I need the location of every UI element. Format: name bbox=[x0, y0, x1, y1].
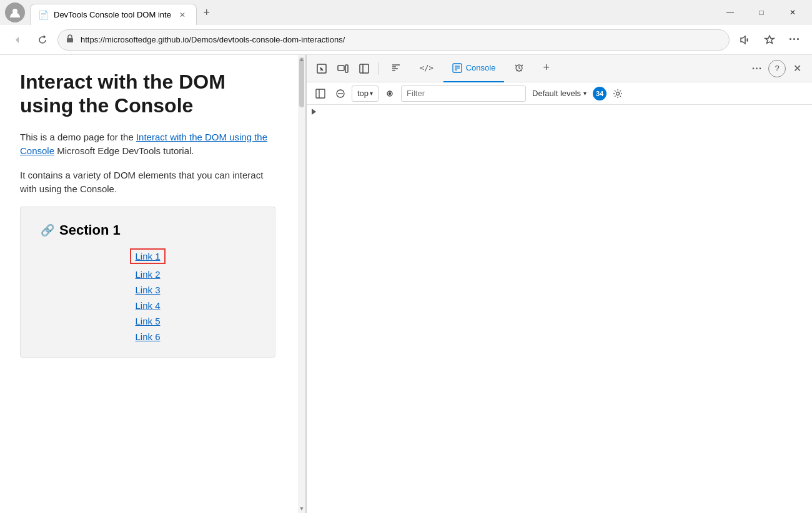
svg-rect-5 bbox=[360, 64, 369, 73]
svg-rect-1 bbox=[67, 38, 73, 42]
tab-console[interactable]: Console bbox=[443, 55, 505, 82]
levels-dropdown-icon: ▾ bbox=[583, 90, 587, 97]
clear-console-button[interactable] bbox=[332, 85, 349, 102]
page-para2: It contains a variety of DOM elements th… bbox=[20, 169, 285, 197]
page-heading: Interact with the DOM using the Console bbox=[20, 70, 285, 118]
message-count-area: 34 bbox=[593, 87, 607, 100]
tab-bar: 📄 DevTools Console tool DOM inte ✕ + bbox=[30, 0, 711, 25]
live-expression-button[interactable] bbox=[381, 85, 399, 102]
devtools-more-button[interactable]: ··· bbox=[747, 59, 767, 79]
tab-title: DevTools Console tool DOM inte bbox=[54, 10, 171, 19]
section-link-2[interactable]: Link 2 bbox=[135, 269, 160, 280]
para1-pre: This is a demo page for the bbox=[20, 132, 136, 142]
console-toolbar: top ▾ Default levels ▾ 34 bbox=[307, 82, 812, 105]
minimize-button[interactable]: — bbox=[716, 2, 745, 22]
new-tab-button[interactable]: + bbox=[197, 2, 217, 22]
section-link-5[interactable]: Link 5 bbox=[135, 316, 160, 326]
svg-point-18 bbox=[616, 92, 620, 95]
window-controls: — □ ✕ bbox=[716, 2, 807, 22]
tab-debug[interactable] bbox=[505, 55, 533, 82]
expand-icon bbox=[312, 109, 316, 115]
console-expand-row[interactable] bbox=[307, 107, 812, 116]
back-button[interactable] bbox=[7, 30, 27, 50]
message-count: 34 bbox=[596, 90, 603, 97]
para1-post: Microsoft Edge DevTools tutorial. bbox=[54, 145, 194, 156]
console-tab-label: Console bbox=[466, 63, 496, 72]
tab-sources[interactable]: </> bbox=[411, 55, 442, 82]
section-link-6[interactable]: Link 6 bbox=[135, 331, 160, 342]
section-1-box: 🔗 Section 1 Link 1 Link 2 Link 3 Link 4 … bbox=[20, 207, 275, 358]
console-settings-button[interactable] bbox=[609, 85, 626, 102]
favorites-button[interactable] bbox=[760, 30, 780, 50]
context-dropdown-icon: ▾ bbox=[370, 90, 373, 97]
section-1-title: 🔗 Section 1 bbox=[41, 222, 255, 238]
device-emulation-button[interactable] bbox=[333, 59, 353, 79]
read-aloud-button[interactable] bbox=[735, 30, 755, 50]
page-para1: This is a demo page for the Interact wit… bbox=[20, 130, 285, 159]
section-links: Link 1 Link 2 Link 3 Link 4 Link 5 Link … bbox=[41, 248, 255, 342]
scroll-up-arrow[interactable]: ▲ bbox=[298, 55, 305, 64]
section-link-3[interactable]: Link 3 bbox=[135, 285, 160, 295]
section-link-1[interactable]: Link 1 bbox=[130, 248, 165, 264]
section-link-4[interactable]: Link 4 bbox=[135, 300, 160, 311]
scroll-down-arrow[interactable]: ▼ bbox=[298, 504, 305, 513]
inspect-element-button[interactable] bbox=[312, 59, 332, 79]
webpage-content: ▲ ▼ Interact with the DOM using the Cons… bbox=[0, 55, 306, 513]
devtools-close-button[interactable]: ✕ bbox=[787, 59, 807, 79]
context-selector[interactable]: top ▾ bbox=[352, 86, 379, 102]
close-button[interactable]: ✕ bbox=[778, 2, 807, 22]
tab-close-button[interactable]: ✕ bbox=[176, 9, 189, 21]
main-area: ▲ ▼ Interact with the DOM using the Cons… bbox=[0, 55, 812, 513]
toolbar-separator-1 bbox=[378, 62, 379, 75]
message-count-badge: 34 bbox=[593, 87, 607, 100]
refresh-button[interactable] bbox=[32, 30, 52, 50]
tab-add[interactable]: + bbox=[534, 55, 558, 82]
sidebar-toggle-button[interactable] bbox=[354, 59, 374, 79]
console-output bbox=[307, 105, 812, 513]
devtools-toolbar: </> Console + ··· ? ✕ bbox=[307, 55, 812, 82]
address-url: https://microsoftedge.github.io/Demos/de… bbox=[81, 35, 345, 44]
tab-icon: 📄 bbox=[38, 10, 49, 20]
browser-more-button[interactable]: ··· bbox=[785, 30, 805, 50]
scrollbar[interactable]: ▲ ▼ bbox=[298, 55, 305, 513]
console-sidebar-toggle[interactable] bbox=[312, 85, 329, 102]
svg-rect-12 bbox=[316, 89, 325, 98]
tab-elements[interactable] bbox=[382, 55, 410, 82]
maximize-button[interactable]: □ bbox=[747, 2, 776, 22]
svg-rect-3 bbox=[338, 66, 344, 71]
devtools-help-button[interactable]: ? bbox=[768, 60, 786, 77]
default-levels-selector[interactable]: Default levels ▾ bbox=[528, 89, 590, 98]
address-bar: https://microsoftedge.github.io/Demos/de… bbox=[0, 25, 812, 55]
section-1-label: Section 1 bbox=[59, 222, 121, 238]
title-bar: 📄 DevTools Console tool DOM inte ✕ + — □… bbox=[0, 0, 812, 25]
devtools-panel: </> Console + ··· ? ✕ top bbox=[306, 55, 812, 513]
context-label: top bbox=[357, 89, 369, 98]
scroll-thumb[interactable] bbox=[299, 57, 304, 107]
profile-icon[interactable] bbox=[5, 2, 25, 22]
lock-icon bbox=[66, 34, 74, 45]
active-tab[interactable]: 📄 DevTools Console tool DOM inte ✕ bbox=[30, 4, 197, 25]
section-link-icon: 🔗 bbox=[41, 223, 54, 237]
default-levels-label: Default levels bbox=[532, 89, 581, 98]
svg-point-17 bbox=[389, 92, 391, 94]
svg-rect-4 bbox=[345, 65, 348, 72]
address-input[interactable]: https://microsoftedge.github.io/Demos/de… bbox=[57, 29, 730, 51]
console-filter-input[interactable] bbox=[401, 86, 526, 102]
